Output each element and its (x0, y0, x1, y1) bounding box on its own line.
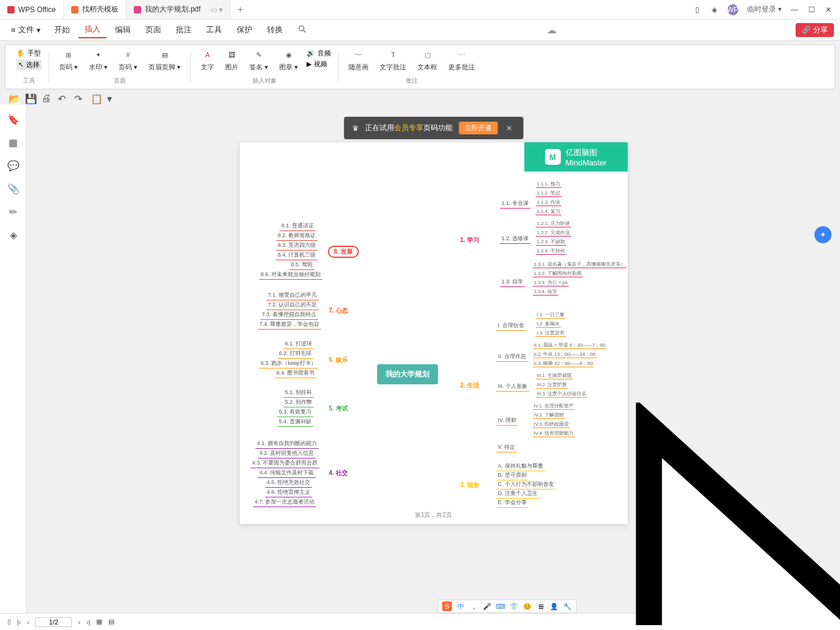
ime-punct[interactable]: , (469, 601, 479, 611)
select-tool[interactable]: ↖ 选择 (16, 60, 41, 70)
ime-bar[interactable]: S 中 , 🎤 ⌨ 👕 😊 ⊞ 👤 🔧 (438, 600, 577, 613)
ime-grid-icon[interactable]: ⊞ (536, 601, 546, 611)
view3-icon[interactable]: ▦ (692, 617, 701, 627)
pencil-icon[interactable]: ✏ (7, 206, 19, 218)
leaf: IV.4. 培养理财能力 (533, 430, 575, 437)
menu-tools[interactable]: 工具 (200, 22, 228, 38)
sub-31: A. 保持礼貌与尊重 (496, 462, 545, 471)
continuous-icon[interactable]: ▤ (108, 618, 114, 626)
insert-audio[interactable]: 🔊 音频 (307, 49, 331, 58)
ai-button[interactable]: ✦ (814, 226, 831, 243)
close-button[interactable]: ✕ (824, 5, 833, 14)
layers-icon[interactable]: ◈ (7, 229, 19, 241)
view1-icon[interactable]: ▭ (662, 617, 672, 627)
thumbnail-icon[interactable]: ▦ (7, 136, 19, 148)
header-footer[interactable]: ▤页眉页脚 ▾ (146, 49, 183, 77)
share-button[interactable]: 🔗 分享 (796, 23, 834, 37)
maximize-button[interactable]: ☐ (807, 5, 816, 14)
upgrade-button[interactable]: 立即开通 (459, 122, 498, 134)
page-insert[interactable]: ⊞页码 ▾ (57, 49, 80, 77)
menu-start[interactable]: 开始 (48, 22, 76, 38)
sub-24: IV. 理财 (496, 416, 519, 426)
insert-sign[interactable]: ✎签名 ▾ (247, 49, 271, 77)
ime-emoji-icon[interactable]: 😊 (522, 601, 532, 611)
menu-convert[interactable]: 转换 (261, 22, 289, 38)
site-watermark: 极光下载站www.xz7.com (768, 590, 834, 608)
page-input[interactable] (35, 617, 72, 627)
ime-cloth-icon[interactable]: 👕 (509, 601, 519, 611)
file-menu[interactable]: ≡ 文件 ▾ (6, 22, 46, 37)
insert-stamp[interactable]: ◉图章 ▾ (277, 49, 300, 77)
undo-icon[interactable]: ↶ (58, 93, 67, 102)
canvas[interactable]: ♛ 正在试用会员专享页码功能 立即开通 ✕ ✦ M 亿图脑图MindMaster… (27, 105, 840, 625)
tab-templates[interactable]: 找稻壳模板 (64, 0, 127, 19)
more-icon[interactable]: ▾ (107, 93, 116, 102)
branch-6: 6. 娱乐 (329, 356, 348, 364)
fullscreen-icon[interactable]: ⛶ (826, 618, 833, 626)
leaf: 1.3.3. 办公 + ps (533, 279, 569, 286)
ime-tool-icon[interactable]: 🔧 (563, 601, 572, 611)
print-icon[interactable]: 🖨 (41, 93, 50, 102)
zoom-slider[interactable] (732, 621, 781, 623)
fit-icon[interactable]: ⊡ (706, 617, 716, 627)
new-tab-button[interactable]: + (231, 4, 250, 15)
panel-icon[interactable]: ▯ (693, 5, 702, 14)
free-draw[interactable]: 〰随意画 (346, 49, 371, 77)
last-page[interactable]: ›| (86, 618, 91, 626)
search-button[interactable] (291, 22, 313, 38)
ime-mic-icon[interactable]: 🎤 (482, 601, 492, 611)
sogou-icon: S (442, 601, 452, 611)
sub-74: 7.4. 尊重差异，学会包容 (258, 320, 322, 330)
attachment-icon[interactable]: 📎 (7, 182, 19, 195)
menu-page[interactable]: 页面 (139, 22, 167, 38)
tab-document[interactable]: 我的大学规划.pdf▭ ▾ (127, 0, 231, 19)
insert-text[interactable]: A文字 (198, 49, 217, 77)
prev-page[interactable]: ‹ (27, 618, 30, 626)
tab-wps[interactable]: WPS Office (0, 0, 64, 19)
text-annot[interactable]: T文字批注 (377, 49, 409, 77)
bookmark-icon[interactable]: 🔖 (7, 113, 19, 125)
text-box[interactable]: ▢文本框 (415, 49, 440, 77)
zoom-in[interactable]: + (787, 618, 791, 626)
open-icon[interactable]: 📂 (9, 93, 18, 102)
insert-image[interactable]: 🖼图片 (223, 49, 241, 77)
save-icon[interactable]: 💾 (25, 93, 34, 102)
view2-icon[interactable]: ▯▯ (677, 617, 687, 627)
zoom-out[interactable]: − (722, 618, 726, 626)
banner-close[interactable]: ✕ (504, 124, 515, 133)
ime-person-icon[interactable]: 👤 (549, 601, 559, 611)
cube-icon[interactable]: ◈ (710, 5, 719, 14)
group-insert-label: 插入对象 (252, 77, 277, 85)
leaf: 1.2.4. 不挂科 (536, 248, 566, 255)
view-mode-icon[interactable]: ▯ (7, 618, 11, 626)
cloud-icon[interactable]: ☁ (547, 24, 557, 36)
next-page[interactable]: › (78, 618, 80, 626)
leaf: II.3. 晚睡 22：00——6：60 (533, 360, 594, 367)
leaf: 1.3.4. 练字 (533, 288, 558, 296)
first-page[interactable]: |‹ (17, 618, 21, 626)
sub-22: II. 合理作息 (496, 352, 528, 362)
more-annot[interactable]: ⋯更多批注 (446, 49, 477, 77)
paste-icon[interactable]: 📋 (91, 93, 100, 102)
leaf: I.2. 多喝水 (536, 320, 561, 328)
avatar[interactable]: WP (727, 4, 738, 15)
insert-video[interactable]: ▶ 视频 (307, 60, 331, 69)
menu-annot[interactable]: 批注 (170, 22, 198, 38)
menu-protect[interactable]: 保护 (231, 22, 259, 38)
page-number[interactable]: #页码 ▾ (116, 49, 140, 77)
menu-insert[interactable]: 插入 (78, 21, 106, 38)
hand-tool[interactable]: ✋ 手型 (16, 49, 41, 58)
ime-keyboard-icon[interactable]: ⌨ (496, 601, 505, 611)
tab-menu-icon[interactable]: ▭ ▾ (210, 5, 223, 14)
layout-icon[interactable]: ▦ (96, 618, 102, 626)
comment-icon[interactable]: 💬 (7, 159, 19, 171)
watermark[interactable]: ✦水印 ▾ (86, 49, 110, 77)
zoom-dropdown[interactable]: ▾ (816, 618, 820, 626)
login-label[interactable]: 临时登录 ▾ (747, 4, 782, 15)
menu-edit[interactable]: 编辑 (109, 22, 137, 38)
minimize-button[interactable]: — (790, 5, 799, 14)
zoom-level[interactable]: 60% (797, 618, 810, 626)
ime-lang[interactable]: 中 (456, 601, 465, 611)
leaf: IV.1. 合理分配资产 (533, 403, 575, 410)
redo-icon[interactable]: ↷ (74, 93, 83, 102)
